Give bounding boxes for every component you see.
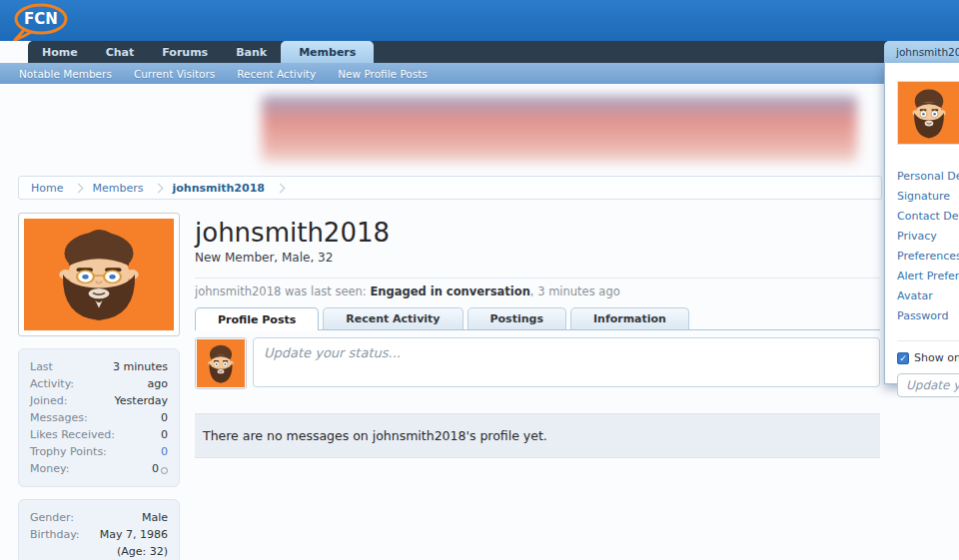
info-label: Birthday: (30, 526, 80, 560)
tab-recent-activity[interactable]: Recent Activity (323, 307, 463, 329)
menu-privacy[interactable]: Privacy (897, 227, 959, 247)
page-title-username: johnsmith2018 (195, 218, 880, 248)
user-avatar-small (195, 337, 247, 389)
stat-trophy-points: Trophy Points: 0 (30, 443, 168, 460)
nav-tab-home[interactable]: Home (28, 41, 92, 63)
info-label: Gender: (30, 509, 74, 526)
tab-information[interactable]: Information (570, 307, 689, 329)
menu-personal-details[interactable]: Personal Details (897, 167, 959, 187)
profile-main: johnsmith2018 New Member, Male, 32 johns… (195, 218, 880, 458)
menu-password[interactable]: Password (897, 306, 959, 326)
stat-label: Last Activity: (30, 358, 95, 392)
last-seen-status: Engaged in conversation (370, 284, 529, 298)
show-online-label: Show online status (914, 351, 959, 364)
stat-likes-received: Likes Received: 0 (30, 426, 168, 443)
menu-preferences[interactable]: Preferences (897, 247, 959, 267)
tab-profile-posts[interactable]: Profile Posts (195, 307, 319, 330)
status-update-row (195, 337, 880, 389)
menu-signature[interactable]: Signature (897, 187, 959, 207)
tab-postings[interactable]: Postings (468, 307, 566, 329)
fcn-logo-icon[interactable]: FCN (13, 3, 69, 45)
show-online-checkbox[interactable]: ✓ (897, 352, 909, 364)
coin-icon (161, 467, 168, 474)
info-birthday: Birthday: May 7, 1986 (Age: 32) (30, 526, 168, 560)
nav-tab-forums[interactable]: Forums (148, 41, 222, 63)
main-navbar: Home Chat Forums Bank Members (28, 41, 959, 63)
menu-contact-details[interactable]: Contact Details (897, 207, 959, 227)
members-subnav: Notable Members Current Visitors Recent … (0, 63, 959, 84)
user-info-box: Gender: Male Birthday: May 7, 1986 (Age:… (18, 499, 180, 560)
user-stats-box: Last Activity: 3 minutes ago Joined: Yes… (18, 348, 180, 487)
nav-tab-bank[interactable]: Bank (222, 41, 281, 63)
last-seen-time: , 3 minutes ago (530, 284, 620, 298)
account-dropdown-panel: Personal Details Signature Contact Detai… (884, 63, 959, 384)
user-avatar-panel (897, 81, 959, 145)
stat-label: Likes Received: (30, 426, 115, 443)
breadcrumb: Home Members johnsmith2018 (18, 176, 882, 200)
menu-avatar[interactable]: Avatar (897, 286, 959, 306)
user-avatar (898, 82, 959, 144)
subnav-current-visitors[interactable]: Current Visitors (123, 68, 226, 80)
profile-tabs: Profile Posts Recent Activity Postings I… (195, 307, 880, 330)
stat-joined: Joined: Yesterday (30, 392, 168, 409)
stat-value: 3 minutes ago (95, 358, 168, 392)
info-value: May 7, 1986 (Age: 32) (80, 526, 168, 560)
svg-text:FCN: FCN (24, 10, 58, 28)
stat-messages: Messages: 0 (30, 409, 168, 426)
subnav-recent-activity[interactable]: Recent Activity (226, 68, 327, 80)
nav-tab-members[interactable]: Members (281, 41, 374, 63)
last-seen-prefix: johnsmith2018 was last seen: (195, 284, 367, 298)
profile-sidebar: Last Activity: 3 minutes ago Joined: Yes… (18, 213, 180, 560)
stat-label: Trophy Points: (30, 443, 107, 460)
stat-label: Joined: (30, 392, 67, 409)
chevron-right-icon (154, 183, 164, 193)
stat-value: Yesterday (115, 392, 168, 409)
stat-label: Money: (30, 460, 69, 477)
chevron-right-icon (74, 183, 84, 193)
empty-profile-message: There are no messages on johnsmith2018's… (195, 413, 880, 458)
blurred-banner (262, 96, 857, 163)
info-value: Male (142, 509, 168, 526)
stat-value: 0 (161, 409, 168, 426)
account-menu: Personal Details Signature Contact Detai… (897, 167, 959, 326)
account-menu-tab[interactable]: johnsmith2018 (884, 41, 959, 63)
breadcrumb-home[interactable]: Home (31, 182, 63, 195)
info-gender: Gender: Male (30, 509, 168, 526)
user-avatar (197, 339, 245, 387)
subnav-new-profile-posts[interactable]: New Profile Posts (327, 68, 439, 80)
site-header: FCN (0, 0, 959, 41)
stat-money: Money: 0 (30, 460, 168, 477)
breadcrumb-members[interactable]: Members (92, 182, 143, 195)
last-seen-line: johnsmith2018 was last seen: Engaged in … (195, 278, 880, 298)
nav-tab-chat[interactable]: Chat (92, 41, 149, 63)
stat-value: 0 (161, 426, 168, 443)
menu-alert-preferences[interactable]: Alert Preferences (897, 267, 959, 286)
user-avatar (24, 219, 174, 330)
subnav-notable-members[interactable]: Notable Members (8, 68, 123, 80)
user-avatar-large[interactable] (18, 213, 180, 336)
user-title: New Member, Male, 32 (195, 251, 880, 265)
breadcrumb-current-user: johnsmith2018 (172, 182, 264, 195)
status-update-input[interactable] (253, 337, 880, 387)
show-online-row: ✓ Show online status (897, 340, 959, 364)
trophy-points-link[interactable]: 0 (161, 443, 168, 460)
panel-status-input[interactable] (897, 373, 959, 397)
chevron-right-icon (276, 183, 286, 193)
stat-value: 0 (152, 460, 168, 477)
stat-last-activity: Last Activity: 3 minutes ago (30, 358, 168, 392)
stat-label: Messages: (30, 409, 88, 426)
